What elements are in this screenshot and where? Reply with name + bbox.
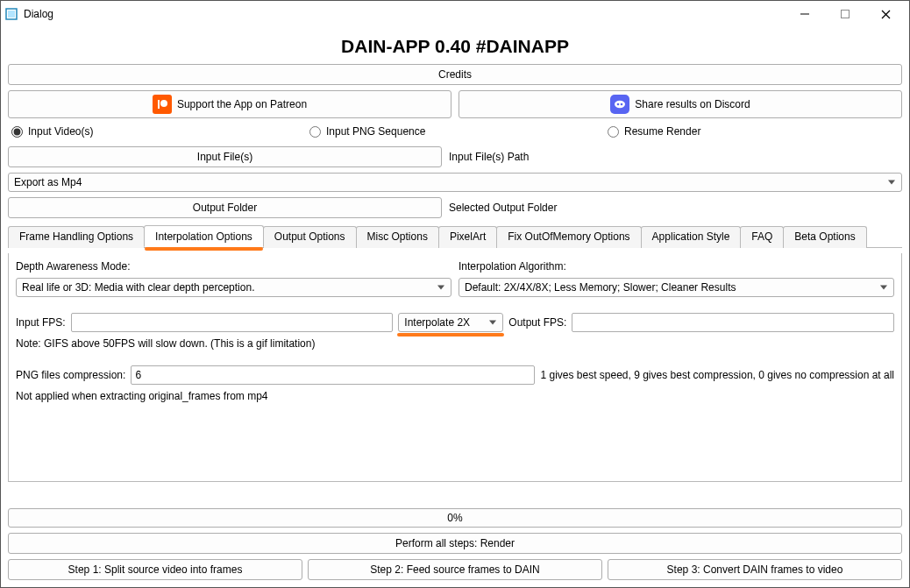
input-files-button[interactable]: Input File(s): [8, 146, 442, 167]
annotation-underline-2: [397, 333, 504, 337]
svg-rect-3: [842, 11, 850, 18]
tab-panel: Depth Awareness Mode: Interpolation Algo…: [8, 253, 902, 482]
tab-pixelart[interactable]: PixelArt: [438, 226, 497, 248]
discord-label: Share results on Discord: [635, 98, 750, 110]
svg-rect-6: [158, 100, 160, 109]
patreon-icon: [153, 95, 172, 114]
credits-label: Credits: [438, 68, 472, 81]
tab-faq[interactable]: FAQ: [740, 226, 784, 248]
depth-mode-value: Real life or 3D: Media with clear depth …: [22, 281, 254, 294]
annotation-underline: [145, 247, 263, 251]
interp-algo-label: Interpolation Algorithm:: [459, 260, 894, 273]
progress-text: 0%: [447, 512, 462, 524]
perform-all-button[interactable]: Perform all steps: Render: [8, 533, 902, 554]
svg-point-7: [160, 100, 167, 107]
tab-output[interactable]: Output Options: [263, 226, 357, 248]
tab-oom[interactable]: Fix OutOfMemory Options: [496, 226, 641, 248]
tab-style[interactable]: Application Style: [641, 226, 742, 248]
radio-input-video[interactable]: Input Video(s): [11, 125, 309, 138]
titlebar: Dialog: [1, 1, 909, 27]
input-files-path-label: Input File(s) Path: [449, 151, 529, 163]
png-comp-label: PNG files compression:: [16, 369, 125, 381]
radio-resume[interactable]: Resume Render: [608, 125, 899, 138]
png-note: Not applied when extracting original_fra…: [16, 390, 894, 402]
png-help-note: 1 gives best speed, 9 gives best compres…: [540, 369, 894, 381]
gif-note: Note: GIFS above 50FPS will slow down. (…: [16, 337, 894, 350]
discord-button[interactable]: Share results on Discord: [459, 90, 902, 118]
window-title: Dialog: [24, 8, 53, 20]
selected-output-label: Selected Output Folder: [449, 202, 557, 214]
svg-point-8: [615, 101, 625, 108]
app-title: DAIN-APP 0.40 #DAINAPP: [8, 36, 902, 57]
radio-input-png[interactable]: Input PNG Sequence: [309, 125, 608, 138]
output-fps-label: Output FPS:: [508, 316, 566, 329]
radio-input-video-label: Input Video(s): [28, 125, 94, 138]
output-folder-label: Output Folder: [193, 202, 257, 214]
output-folder-button[interactable]: Output Folder: [8, 197, 442, 218]
step1-button[interactable]: Step 1: Split source video into frames: [8, 559, 302, 580]
progress-bar: 0%: [8, 508, 902, 528]
depth-mode-label: Depth Awareness Mode:: [16, 260, 451, 273]
export-select[interactable]: Export as Mp4: [8, 173, 902, 192]
png-comp-input[interactable]: [131, 365, 535, 385]
patreon-label: Support the App on Patreon: [177, 98, 307, 110]
tab-misc[interactable]: Misc Options: [356, 226, 439, 248]
svg-rect-1: [8, 11, 15, 18]
step2-button[interactable]: Step 2: Feed source frames to DAIN: [308, 559, 602, 580]
app-icon: [4, 7, 18, 21]
radio-input-png-label: Input PNG Sequence: [326, 125, 425, 138]
perform-all-label: Perform all steps: Render: [395, 537, 515, 549]
radio-input-video-input[interactable]: [11, 126, 23, 138]
svg-point-10: [621, 103, 623, 106]
tab-interpolation[interactable]: Interpolation Options: [144, 225, 264, 247]
svg-point-9: [617, 103, 620, 106]
discord-icon: [610, 95, 629, 114]
tab-beta[interactable]: Beta Options: [783, 226, 866, 248]
interpolate-value: Interpolate 2X: [404, 316, 470, 329]
output-fps-input[interactable]: [572, 313, 894, 332]
input-files-label: Input File(s): [197, 151, 252, 163]
patreon-button[interactable]: Support the App on Patreon: [8, 90, 451, 118]
export-select-value: Export as Mp4: [14, 176, 82, 188]
interp-algo-select[interactable]: Default: 2X/4X/8X; Less Memory; Slower; …: [459, 278, 894, 297]
interpolate-select[interactable]: Interpolate 2X: [398, 313, 503, 332]
interp-algo-value: Default: 2X/4X/8X; Less Memory; Slower; …: [465, 281, 736, 294]
tabs: Frame Handling Options Interpolation Opt…: [8, 225, 902, 248]
step2-label: Step 2: Feed source frames to DAIN: [370, 563, 539, 576]
depth-mode-select[interactable]: Real life or 3D: Media with clear depth …: [16, 278, 451, 297]
step1-label: Step 1: Split source video into frames: [68, 563, 243, 576]
radio-input-png-input[interactable]: [309, 126, 321, 138]
maximize-button[interactable]: [825, 1, 865, 27]
tab-frame-handling[interactable]: Frame Handling Options: [8, 226, 145, 248]
radio-resume-label: Resume Render: [624, 125, 700, 138]
step3-button[interactable]: Step 3: Convert DAIN frames to video: [608, 559, 902, 580]
input-fps-input[interactable]: [71, 313, 394, 332]
minimize-button[interactable]: [785, 1, 825, 27]
step3-label: Step 3: Convert DAIN frames to video: [667, 563, 843, 576]
close-button[interactable]: [865, 1, 906, 27]
radio-resume-input[interactable]: [608, 126, 619, 138]
input-fps-label: Input FPS:: [16, 316, 66, 329]
credits-button[interactable]: Credits: [8, 64, 902, 85]
